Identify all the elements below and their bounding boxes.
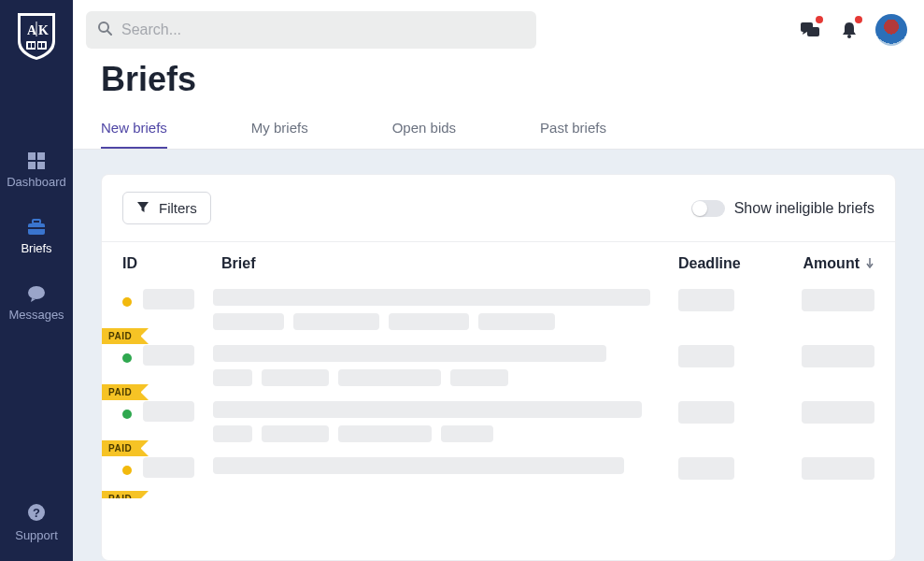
skeleton-chip bbox=[293, 313, 379, 330]
sidebar-item-label: Briefs bbox=[21, 241, 51, 255]
dashboard-icon bbox=[26, 151, 47, 171]
sidebar-item-support[interactable]: ? Support bbox=[15, 503, 58, 542]
briefcase-icon bbox=[26, 217, 47, 237]
col-deadline[interactable]: Deadline bbox=[678, 255, 772, 272]
ineligible-toggle[interactable] bbox=[691, 200, 725, 217]
svg-point-23 bbox=[847, 35, 851, 38]
skeleton-chip bbox=[338, 369, 441, 386]
skeleton-text bbox=[213, 401, 642, 418]
svg-rect-11 bbox=[28, 162, 36, 169]
svg-rect-22 bbox=[807, 27, 819, 36]
ineligible-toggle-wrap: Show ineligible briefs bbox=[691, 200, 874, 217]
skeleton-amount bbox=[802, 401, 874, 424]
filters-label: Filters bbox=[159, 200, 197, 216]
table-row[interactable]: PAID bbox=[102, 336, 895, 392]
svg-rect-14 bbox=[33, 220, 40, 223]
skeleton-amount bbox=[802, 457, 874, 480]
chat-icon bbox=[26, 283, 47, 304]
sidebar-item-briefs[interactable]: Briefs bbox=[0, 217, 73, 255]
sidebar-item-label: Dashboard bbox=[7, 175, 66, 189]
skeleton-chip bbox=[450, 369, 508, 386]
svg-rect-2 bbox=[32, 43, 35, 48]
svg-rect-1 bbox=[28, 43, 31, 48]
svg-rect-10 bbox=[37, 152, 45, 160]
skeleton-id bbox=[143, 289, 194, 309]
skeleton-id bbox=[143, 457, 194, 478]
tab-past-briefs[interactable]: Past briefs bbox=[540, 108, 606, 149]
table-row[interactable] bbox=[102, 280, 895, 336]
status-dot bbox=[122, 466, 132, 475]
briefs-panel: Filters Show ineligible briefs ID Brief … bbox=[101, 174, 896, 561]
status-dot bbox=[122, 353, 132, 363]
table-row[interactable]: PAID bbox=[102, 392, 895, 448]
col-amount[interactable]: Amount bbox=[772, 255, 874, 272]
skeleton-text bbox=[213, 345, 606, 362]
svg-rect-9 bbox=[28, 152, 36, 160]
filters-button[interactable]: Filters bbox=[122, 192, 211, 224]
search-icon bbox=[97, 21, 112, 39]
user-avatar[interactable] bbox=[875, 14, 907, 46]
skeleton-amount bbox=[802, 345, 874, 367]
skeleton-deadline bbox=[678, 401, 734, 424]
svg-rect-15 bbox=[28, 227, 45, 229]
tab-new-briefs[interactable]: New briefs bbox=[101, 108, 167, 149]
skeleton-chip bbox=[441, 425, 493, 442]
svg-text:?: ? bbox=[33, 506, 40, 520]
search-input[interactable] bbox=[112, 22, 525, 38]
skeleton-deadline bbox=[678, 457, 734, 480]
main-area: Briefs New briefs My briefs Open bids Pa… bbox=[73, 0, 924, 561]
skeleton-deadline bbox=[678, 289, 734, 311]
svg-point-16 bbox=[28, 286, 45, 299]
skeleton-chip bbox=[262, 425, 329, 442]
skeleton-text bbox=[213, 289, 650, 306]
skeleton-chip bbox=[338, 425, 432, 442]
status-dot bbox=[122, 297, 132, 307]
tab-my-briefs[interactable]: My briefs bbox=[251, 108, 308, 149]
svg-text:A: A bbox=[27, 23, 37, 37]
sidebar: A K Dashboard Briefs Messages ? bbox=[0, 0, 73, 561]
svg-rect-4 bbox=[42, 43, 45, 48]
help-icon: ? bbox=[27, 503, 46, 525]
search-box[interactable] bbox=[86, 11, 536, 49]
col-amount-label: Amount bbox=[803, 255, 860, 272]
table-body: PAID bbox=[102, 280, 895, 498]
skeleton-chip bbox=[478, 313, 555, 330]
messages-button[interactable] bbox=[797, 17, 823, 43]
skeleton-chip bbox=[213, 369, 252, 386]
svg-rect-12 bbox=[37, 162, 45, 169]
svg-text:K: K bbox=[38, 23, 49, 37]
topbar bbox=[73, 0, 924, 49]
skeleton-chip bbox=[213, 425, 252, 442]
skeleton-text bbox=[213, 457, 624, 474]
table-header: ID Brief Deadline Amount bbox=[102, 242, 895, 280]
ineligible-toggle-label: Show ineligible briefs bbox=[734, 200, 874, 217]
skeleton-deadline bbox=[678, 345, 734, 367]
svg-line-20 bbox=[107, 31, 111, 35]
notifications-button[interactable] bbox=[836, 17, 862, 43]
svg-rect-3 bbox=[38, 43, 41, 48]
skeleton-id bbox=[143, 401, 194, 422]
status-dot bbox=[122, 410, 132, 419]
support-label: Support bbox=[15, 528, 58, 542]
filter-icon bbox=[136, 200, 149, 216]
notification-dot bbox=[816, 16, 823, 23]
notification-dot bbox=[855, 16, 862, 23]
col-brief[interactable]: Brief bbox=[221, 255, 678, 272]
skeleton-chip bbox=[389, 313, 469, 330]
tabs: New briefs My briefs Open bids Past brie… bbox=[73, 108, 924, 150]
svg-rect-5 bbox=[36, 41, 37, 50]
sidebar-item-messages[interactable]: Messages bbox=[0, 283, 73, 322]
col-id[interactable]: ID bbox=[122, 255, 221, 272]
tab-open-bids[interactable]: Open bids bbox=[392, 108, 456, 149]
sidebar-item-label: Messages bbox=[8, 308, 64, 322]
skeleton-id bbox=[143, 345, 194, 366]
table-row[interactable]: PAID bbox=[102, 448, 895, 485]
sidebar-item-dashboard[interactable]: Dashboard bbox=[0, 151, 73, 189]
content-background: Filters Show ineligible briefs ID Brief … bbox=[73, 150, 924, 561]
panel-toolbar: Filters Show ineligible briefs bbox=[102, 175, 895, 242]
page-title: Briefs bbox=[73, 49, 924, 108]
sort-desc-icon bbox=[865, 255, 874, 272]
app-logo: A K bbox=[16, 11, 57, 62]
skeleton-chip bbox=[262, 369, 329, 386]
skeleton-chip bbox=[213, 313, 284, 330]
